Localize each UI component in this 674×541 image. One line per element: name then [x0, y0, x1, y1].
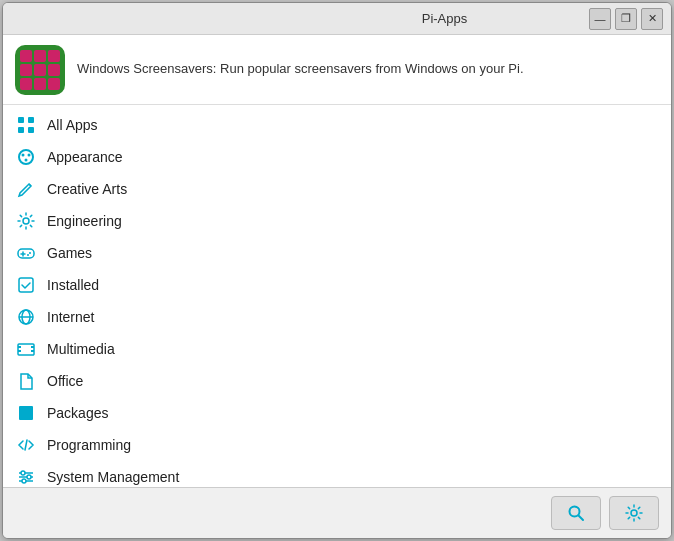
globe-icon [15, 306, 37, 328]
svg-rect-17 [18, 346, 21, 348]
category-item-internet[interactable]: Internet [3, 301, 671, 333]
svg-point-7 [25, 159, 28, 162]
category-item-games[interactable]: Games [3, 237, 671, 269]
category-item-office[interactable]: Office [3, 365, 671, 397]
titlebar: Pi-Apps — ❐ ✕ [3, 3, 671, 35]
svg-point-6 [28, 154, 31, 157]
svg-rect-16 [18, 344, 34, 355]
svg-point-4 [19, 150, 33, 164]
svg-point-31 [631, 510, 637, 516]
category-label-appearance: Appearance [47, 149, 123, 165]
category-item-programming[interactable]: Programming [3, 429, 671, 461]
gear-icon [625, 504, 643, 522]
svg-rect-20 [31, 350, 34, 352]
minimize-button[interactable]: — [589, 8, 611, 30]
grid-icon [15, 114, 37, 136]
app-icon [15, 45, 65, 95]
footer [3, 487, 671, 538]
category-item-all-apps[interactable]: All Apps [3, 109, 671, 141]
gamepad-icon [15, 242, 37, 264]
svg-rect-2 [18, 127, 24, 133]
maximize-button[interactable]: ❐ [615, 8, 637, 30]
category-label-creative-arts: Creative Arts [47, 181, 127, 197]
svg-point-26 [27, 475, 31, 479]
svg-rect-18 [18, 350, 21, 352]
category-item-multimedia[interactable]: Multimedia [3, 333, 671, 365]
category-label-games: Games [47, 245, 92, 261]
banner-text: Windows Screensavers: Run popular screen… [77, 60, 524, 78]
svg-point-8 [23, 218, 29, 224]
film-icon [15, 338, 37, 360]
code-icon [15, 434, 37, 456]
category-label-system-management: System Management [47, 469, 179, 485]
search-button[interactable] [551, 496, 601, 530]
gear-icon [15, 210, 37, 232]
checkbox-icon [15, 274, 37, 296]
category-label-programming: Programming [47, 437, 131, 453]
svg-rect-3 [28, 127, 34, 133]
svg-rect-1 [28, 117, 34, 123]
sliders-icon [15, 466, 37, 487]
content-area: All AppsAppearanceCreative ArtsEngineeri… [3, 105, 671, 487]
palette-icon [15, 146, 37, 168]
category-list: All AppsAppearanceCreative ArtsEngineeri… [3, 105, 671, 487]
svg-rect-9 [18, 249, 34, 258]
category-item-packages[interactable]: Packages [3, 397, 671, 429]
svg-point-25 [21, 471, 25, 475]
category-item-engineering[interactable]: Engineering [3, 205, 671, 237]
svg-rect-12 [19, 278, 33, 292]
category-item-appearance[interactable]: Appearance [3, 141, 671, 173]
category-label-office: Office [47, 373, 83, 389]
category-label-installed: Installed [47, 277, 99, 293]
category-item-creative-arts[interactable]: Creative Arts [3, 173, 671, 205]
category-item-installed[interactable]: Installed [3, 269, 671, 301]
svg-point-27 [22, 479, 26, 483]
category-label-all-apps: All Apps [47, 117, 98, 133]
pencil-icon [15, 178, 37, 200]
search-icon [567, 504, 585, 522]
svg-line-30 [579, 516, 584, 521]
category-label-engineering: Engineering [47, 213, 122, 229]
settings-button[interactable] [609, 496, 659, 530]
svg-rect-21 [19, 406, 33, 420]
svg-rect-0 [18, 117, 24, 123]
document-icon [15, 370, 37, 392]
category-label-internet: Internet [47, 309, 94, 325]
package-icon [15, 402, 37, 424]
window-title: Pi-Apps [300, 11, 589, 26]
header-banner: Windows Screensavers: Run popular screen… [3, 35, 671, 105]
category-label-packages: Packages [47, 405, 108, 421]
svg-point-10 [29, 252, 31, 254]
category-item-system-management[interactable]: System Management [3, 461, 671, 487]
svg-point-11 [27, 254, 29, 256]
close-button[interactable]: ✕ [641, 8, 663, 30]
category-label-multimedia: Multimedia [47, 341, 115, 357]
svg-rect-19 [31, 346, 34, 348]
svg-point-5 [22, 154, 25, 157]
window-controls: — ❐ ✕ [589, 8, 663, 30]
main-window: Pi-Apps — ❐ ✕ Windows Screensavers: Run … [2, 2, 672, 539]
